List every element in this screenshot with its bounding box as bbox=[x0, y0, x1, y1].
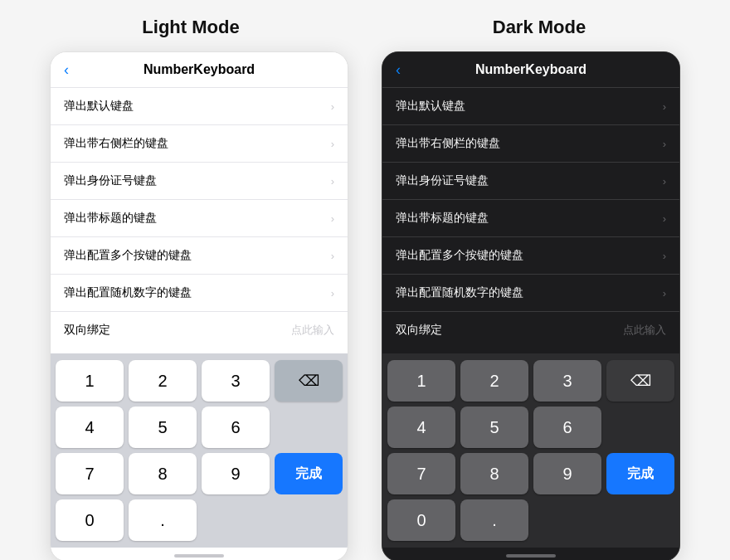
list-item[interactable]: 弹出带右侧栏的键盘 › bbox=[382, 125, 679, 163]
dark-header-title: NumberKeyboard bbox=[475, 62, 586, 77]
dark-key-done[interactable]: 完成 bbox=[606, 453, 674, 494]
dark-key-5[interactable]: 5 bbox=[460, 407, 528, 448]
key-7[interactable]: 7 bbox=[56, 453, 124, 494]
list-item-label: 弹出配置随机数字的键盘 bbox=[396, 285, 523, 300]
light-header: ‹ NumberKeyboard bbox=[51, 52, 348, 88]
key-6[interactable]: 6 bbox=[202, 407, 270, 448]
list-item-label: 弹出身份证号键盘 bbox=[396, 173, 489, 188]
dark-key-empty-1 bbox=[606, 407, 674, 448]
chevron-icon: › bbox=[663, 138, 666, 150]
list-item[interactable]: 弹出配置多个按键的键盘 › bbox=[51, 237, 348, 275]
bind-row-dark[interactable]: 双向绑定 点此输入 bbox=[382, 312, 679, 348]
dark-key-8[interactable]: 8 bbox=[460, 453, 528, 494]
chevron-icon: › bbox=[331, 250, 334, 262]
chevron-icon: › bbox=[331, 138, 334, 150]
key-5[interactable]: 5 bbox=[129, 407, 197, 448]
list-item[interactable]: 弹出配置多个按键的键盘 › bbox=[382, 237, 679, 275]
chevron-icon: › bbox=[331, 100, 334, 113]
list-item[interactable]: 弹出配置随机数字的键盘 › bbox=[51, 275, 348, 312]
dark-key-4[interactable]: 4 bbox=[387, 407, 455, 448]
dark-keyboard-grid: 1 2 3 ⌫ 4 5 6 7 8 9 完成 0 . bbox=[382, 353, 679, 548]
list-item-label: 弹出配置随机数字的键盘 bbox=[64, 285, 192, 300]
list-item[interactable]: 弹出身份证号键盘 › bbox=[382, 163, 679, 200]
dark-delete-icon: ⌫ bbox=[630, 372, 651, 390]
delete-icon: ⌫ bbox=[299, 372, 319, 390]
home-bar bbox=[174, 554, 224, 558]
chevron-icon: › bbox=[663, 287, 666, 299]
chevron-icon: › bbox=[663, 212, 666, 225]
light-keyboard: 1 2 3 ⌫ 4 5 6 7 8 9 完成 0 . bbox=[51, 353, 348, 548]
key-8[interactable]: 8 bbox=[129, 453, 197, 494]
list-item[interactable]: 弹出配置随机数字的键盘 › bbox=[382, 275, 679, 312]
bind-placeholder-dark: 点此输入 bbox=[623, 323, 666, 338]
dark-key-dot[interactable]: . bbox=[460, 499, 528, 541]
key-empty-2 bbox=[202, 499, 270, 541]
dark-home-indicator bbox=[382, 548, 679, 560]
dark-key-empty-2 bbox=[533, 499, 601, 541]
dark-home-bar bbox=[506, 554, 556, 558]
dark-keyboard: 1 2 3 ⌫ 4 5 6 7 8 9 完成 0 . bbox=[382, 353, 679, 548]
light-list: 弹出默认键盘 › 弹出带右侧栏的键盘 › 弹出身份证号键盘 › 弹出带标题的键盘… bbox=[51, 88, 348, 348]
dark-key-del[interactable]: ⌫ bbox=[606, 360, 674, 402]
key-done[interactable]: 完成 bbox=[275, 453, 343, 494]
dark-mode-title: Dark Mode bbox=[382, 17, 697, 38]
list-item-label: 弹出带标题的键盘 bbox=[64, 211, 157, 226]
dark-back-icon[interactable]: ‹ bbox=[396, 61, 401, 79]
keyboard-grid: 1 2 3 ⌫ 4 5 6 7 8 9 完成 0 . bbox=[51, 353, 348, 548]
bind-label: 双向绑定 bbox=[64, 323, 110, 338]
light-phone: ‹ NumberKeyboard 弹出默认键盘 › 弹出带右侧栏的键盘 › 弹出… bbox=[50, 51, 348, 560]
list-item-label: 弹出带标题的键盘 bbox=[396, 211, 489, 226]
dark-phone: ‹ NumberKeyboard 弹出默认键盘 › 弹出带右侧栏的键盘 › 弹出… bbox=[382, 51, 680, 560]
light-mode-title: Light Mode bbox=[33, 17, 348, 38]
list-item[interactable]: 弹出带右侧栏的键盘 › bbox=[51, 125, 348, 163]
key-empty-1 bbox=[275, 407, 343, 448]
bind-label-dark: 双向绑定 bbox=[396, 323, 442, 338]
key-0[interactable]: 0 bbox=[56, 499, 124, 541]
list-item-label: 弹出身份证号键盘 bbox=[64, 173, 157, 188]
chevron-icon: › bbox=[663, 175, 666, 187]
key-9[interactable]: 9 bbox=[202, 453, 270, 494]
list-item[interactable]: 弹出默认键盘 › bbox=[382, 88, 679, 125]
dark-key-9[interactable]: 9 bbox=[533, 453, 601, 494]
dark-key-6[interactable]: 6 bbox=[533, 407, 601, 448]
key-del[interactable]: ⌫ bbox=[275, 360, 343, 402]
bind-row[interactable]: 双向绑定 点此输入 bbox=[51, 312, 348, 348]
chevron-icon: › bbox=[331, 287, 334, 299]
dark-key-3[interactable]: 3 bbox=[533, 360, 601, 402]
key-3[interactable]: 3 bbox=[202, 360, 270, 402]
list-item[interactable]: 弹出带标题的键盘 › bbox=[382, 200, 679, 237]
key-dot[interactable]: . bbox=[129, 499, 197, 541]
light-header-title: NumberKeyboard bbox=[144, 62, 255, 77]
list-item[interactable]: 弹出带标题的键盘 › bbox=[51, 200, 348, 237]
chevron-icon: › bbox=[663, 250, 666, 262]
dark-key-1[interactable]: 1 bbox=[387, 360, 455, 402]
key-2[interactable]: 2 bbox=[129, 360, 197, 402]
dark-key-0[interactable]: 0 bbox=[387, 499, 455, 541]
list-item[interactable]: 弹出身份证号键盘 › bbox=[51, 163, 348, 200]
key-1[interactable]: 1 bbox=[56, 360, 124, 402]
dark-list: 弹出默认键盘 › 弹出带右侧栏的键盘 › 弹出身份证号键盘 › 弹出带标题的键盘… bbox=[382, 88, 679, 348]
bind-placeholder: 点此输入 bbox=[291, 323, 334, 338]
list-item-label: 弹出默认键盘 bbox=[396, 99, 465, 114]
list-item-label: 弹出默认键盘 bbox=[64, 99, 134, 114]
chevron-icon: › bbox=[331, 212, 334, 225]
list-item-label: 弹出带右侧栏的键盘 bbox=[64, 136, 168, 151]
list-item-label: 弹出带右侧栏的键盘 bbox=[396, 136, 500, 151]
dark-key-7[interactable]: 7 bbox=[387, 453, 455, 494]
key-4[interactable]: 4 bbox=[56, 407, 124, 448]
light-back-icon[interactable]: ‹ bbox=[64, 61, 69, 79]
list-item-label: 弹出配置多个按键的键盘 bbox=[64, 248, 192, 263]
chevron-icon: › bbox=[663, 100, 666, 113]
chevron-icon: › bbox=[331, 175, 334, 187]
dark-header: ‹ NumberKeyboard bbox=[382, 52, 679, 88]
home-indicator bbox=[51, 548, 348, 560]
list-item-label: 弹出配置多个按键的键盘 bbox=[396, 248, 523, 263]
dark-key-2[interactable]: 2 bbox=[460, 360, 528, 402]
list-item[interactable]: 弹出默认键盘 › bbox=[51, 88, 348, 125]
